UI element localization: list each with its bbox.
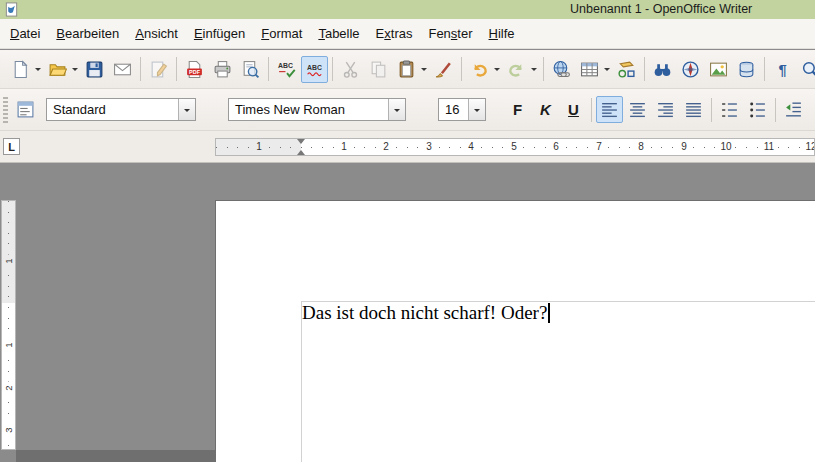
- text-boundary-left: [301, 301, 302, 462]
- page-preview-button[interactable]: [237, 56, 264, 83]
- writer-app-icon: [4, 2, 19, 17]
- ruler-number: 3: [424, 140, 434, 154]
- document-page[interactable]: Das ist doch nicht scharf! Oder?: [215, 200, 815, 462]
- new-document-dropdown-arrow[interactable]: [33, 56, 43, 83]
- redo-arrow-icon: [507, 60, 526, 79]
- window-title: Unbenannt 1 - OpenOffice Writer: [570, 2, 752, 16]
- toolbar-separator: [591, 98, 592, 122]
- export-pdf-button[interactable]: PDF: [181, 56, 208, 83]
- menu-item[interactable]: Bearbeiten: [48, 21, 127, 46]
- vertical-ruler-number: 1: [2, 339, 15, 352]
- font-name-dropdown-button[interactable]: [388, 99, 405, 120]
- open-button[interactable]: [44, 56, 71, 83]
- print-button[interactable]: [209, 56, 236, 83]
- svg-text:PDF: PDF: [189, 68, 201, 74]
- pdf-export-icon: PDF: [185, 60, 204, 79]
- font-size-combo[interactable]: 16: [438, 98, 486, 121]
- menu-item[interactable]: Format: [253, 21, 310, 46]
- draw-functions-button[interactable]: [613, 56, 640, 83]
- vertical-ruler-number: 3: [2, 424, 15, 437]
- open-dropdown-arrow[interactable]: [70, 56, 80, 83]
- toolbar-grip[interactable]: [3, 97, 8, 123]
- spellcheck-icon: ABC: [277, 60, 296, 79]
- nonprinting-characters-button[interactable]: ¶: [769, 56, 796, 83]
- font-name-value[interactable]: Times New Roman: [229, 99, 388, 120]
- table-icon: [580, 60, 599, 79]
- gallery-button[interactable]: [705, 56, 732, 83]
- menu-item[interactable]: Ansicht: [127, 21, 186, 46]
- left-indent-marker[interactable]: [297, 150, 305, 155]
- data-sources-button[interactable]: [733, 56, 760, 83]
- toolbar-separator: [461, 57, 462, 81]
- navigator-button[interactable]: [677, 56, 704, 83]
- tab-stop-type-label: L: [8, 141, 15, 153]
- menu-item[interactable]: Tabelle: [310, 21, 367, 46]
- save-button[interactable]: [81, 56, 108, 83]
- spellcheck-button[interactable]: ABC: [273, 56, 300, 83]
- align-left-button[interactable]: [596, 96, 623, 123]
- menu-item[interactable]: Einfügen: [186, 21, 253, 46]
- find-replace-button[interactable]: [649, 56, 676, 83]
- font-size-value[interactable]: 16: [439, 99, 468, 120]
- paste-clipboard-icon: [397, 60, 416, 79]
- underline-button[interactable]: U: [560, 96, 587, 123]
- standard-toolbar: PDF ABC: [0, 50, 815, 89]
- tab-stop-selector[interactable]: L: [3, 138, 20, 155]
- numbered-list-button[interactable]: [716, 96, 743, 123]
- menu-item[interactable]: Extras: [368, 21, 421, 46]
- align-right-button[interactable]: [652, 96, 679, 123]
- undo-button[interactable]: [466, 56, 493, 83]
- first-line-indent-marker[interactable]: [297, 139, 305, 144]
- copy-button[interactable]: [365, 56, 392, 83]
- document-text[interactable]: Das ist doch nicht scharf! Oder?: [302, 302, 547, 324]
- italic-button[interactable]: K: [532, 96, 559, 123]
- hyperlink-button[interactable]: [548, 56, 575, 83]
- ruler-number: 7: [594, 140, 604, 154]
- table-dropdown-arrow[interactable]: [602, 56, 612, 83]
- paragraph-style-dropdown-button[interactable]: [178, 99, 195, 120]
- menu-item[interactable]: Hilfe: [481, 21, 523, 46]
- binoculars-icon: [653, 60, 672, 79]
- email-button[interactable]: [109, 56, 136, 83]
- menu-item[interactable]: Fenster: [420, 21, 480, 46]
- align-left-icon: [600, 100, 619, 119]
- ruler-number: 2: [381, 140, 391, 154]
- font-size-dropdown-button[interactable]: [468, 99, 485, 120]
- font-name-combo[interactable]: Times New Roman: [228, 98, 406, 121]
- bold-button[interactable]: F: [504, 96, 531, 123]
- justify-button[interactable]: [680, 96, 707, 123]
- format-paintbrush-button[interactable]: [430, 56, 457, 83]
- align-center-button[interactable]: [624, 96, 651, 123]
- redo-dropdown-arrow[interactable]: [529, 56, 539, 83]
- vertical-ruler-margin-number: 1: [2, 255, 15, 268]
- edit-file-button[interactable]: [145, 56, 172, 83]
- draw-functions-icon: [617, 60, 636, 79]
- ruler-number: 8: [636, 140, 646, 154]
- cut-button[interactable]: [337, 56, 364, 83]
- bullet-list-button[interactable]: [744, 96, 771, 123]
- numbered-list-icon: [720, 100, 739, 119]
- horizontal-ruler[interactable]: 1 123456789101112: [215, 138, 815, 156]
- toolbar-separator: [176, 57, 177, 81]
- new-document-button[interactable]: [7, 56, 34, 83]
- redo-button[interactable]: [503, 56, 530, 83]
- insert-table-button[interactable]: [576, 56, 603, 83]
- vertical-ruler[interactable]: 1 123: [1, 200, 16, 450]
- align-right-icon: [656, 100, 675, 119]
- hyperlink-globe-icon: [552, 60, 571, 79]
- menu-item[interactable]: Datei: [2, 21, 48, 46]
- decrease-indent-button[interactable]: [780, 96, 807, 123]
- ruler-number: 11: [762, 140, 776, 154]
- paste-button[interactable]: [393, 56, 420, 83]
- svg-text:ABC: ABC: [278, 62, 293, 69]
- text-line[interactable]: Das ist doch nicht scharf! Oder?: [302, 302, 550, 324]
- paragraph-style-combo[interactable]: Standard: [46, 98, 196, 121]
- auto-spellcheck-button[interactable]: ABC: [301, 56, 328, 83]
- zoom-button[interactable]: [797, 56, 815, 83]
- undo-dropdown-arrow[interactable]: [492, 56, 502, 83]
- paste-dropdown-arrow[interactable]: [419, 56, 429, 83]
- styles-panel-button[interactable]: [12, 96, 39, 123]
- paragraph-style-value[interactable]: Standard: [47, 99, 178, 120]
- title-bar[interactable]: Unbenannt 1 - OpenOffice Writer: [0, 0, 815, 19]
- undo-arrow-icon: [470, 60, 489, 79]
